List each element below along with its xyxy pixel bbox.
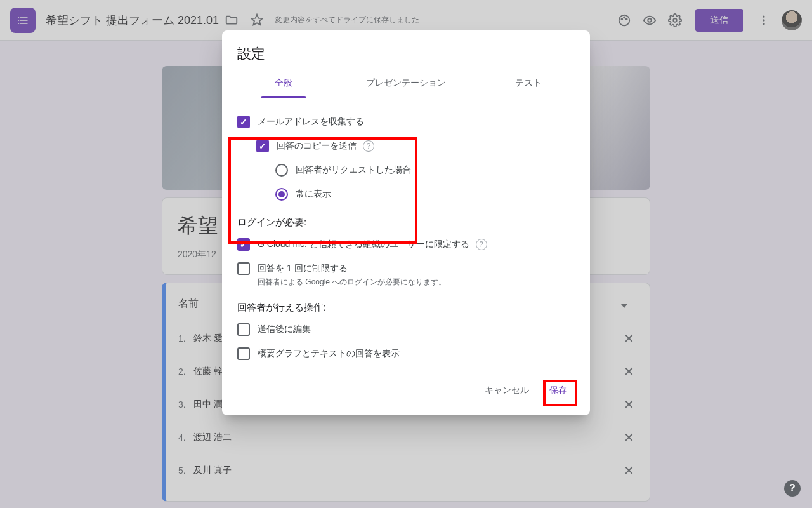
checkbox-unchecked-icon[interactable] <box>237 323 250 336</box>
checkbox-checked-icon[interactable] <box>237 238 250 251</box>
opt-collect-email[interactable]: メールアドレスを収集する <box>237 110 575 134</box>
save-button[interactable]: 保存 <box>542 380 575 401</box>
opt-send-copy[interactable]: 回答のコピーを送信 ? <box>237 134 575 158</box>
respondent-heading: 回答者が行える操作: <box>237 291 575 318</box>
cancel-button[interactable]: キャンセル <box>477 380 537 401</box>
limit-one-subtext: 回答者による Google へのログインが必要になります。 <box>258 277 575 291</box>
checkbox-unchecked-icon[interactable] <box>237 262 250 275</box>
radio-checked-icon[interactable] <box>275 188 288 201</box>
checkbox-checked-icon[interactable] <box>256 140 269 152</box>
help-fab[interactable]: ? <box>784 480 801 497</box>
radio-unchecked-icon[interactable] <box>275 164 288 177</box>
tab-general[interactable]: 全般 <box>222 69 344 98</box>
checkbox-unchecked-icon[interactable] <box>237 347 250 360</box>
opt-on-request[interactable]: 回答者がリクエストした場合 <box>237 158 575 182</box>
dialog-tabs: 全般 プレゼンテーション テスト <box>222 69 590 98</box>
help-icon[interactable]: ? <box>363 140 374 152</box>
help-icon[interactable]: ? <box>476 239 487 250</box>
dialog-title: 設定 <box>222 30 590 69</box>
opt-restrict-org[interactable]: G Cloud Inc. と信頼できる組織のユーザーに限定する ? <box>237 232 575 257</box>
login-heading: ログインが必要: <box>237 206 575 232</box>
tab-test[interactable]: テスト <box>468 69 590 98</box>
tab-presentation[interactable]: プレゼンテーション <box>344 69 467 98</box>
checkbox-checked-icon[interactable] <box>237 116 250 128</box>
settings-dialog: 設定 全般 プレゼンテーション テスト メールアドレスを収集する 回答のコピーを… <box>222 30 590 415</box>
opt-edit-after[interactable]: 送信後に編集 <box>237 318 575 342</box>
opt-always[interactable]: 常に表示 <box>237 182 575 206</box>
opt-show-summary[interactable]: 概要グラフとテキストの回答を表示 <box>237 342 575 366</box>
